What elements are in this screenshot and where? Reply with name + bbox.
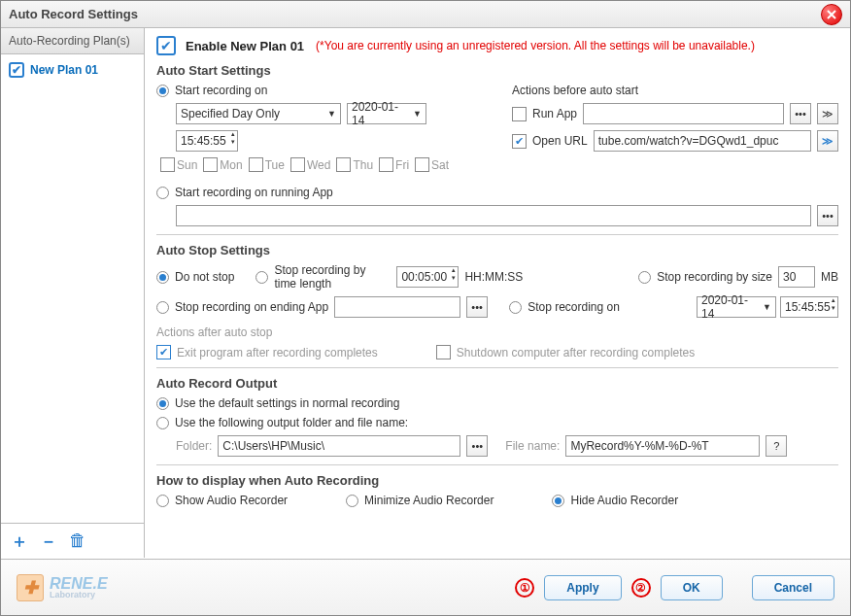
stop-app-browse-button[interactable]: ••• [466,296,488,318]
stop-on-label: Stop recording on [528,300,620,314]
brand-logo: ✚ RENE.E Laboratory [17,574,108,601]
output-custom-label: Use the following output folder and file… [175,416,408,429]
exit-after-label: Exit program after recording completes [177,346,378,359]
sidebar-tools: ＋ － 🗑 [1,523,144,558]
start-on-app-label: Start recording on running App [175,186,333,199]
stop-time-picker[interactable]: 15:45:55 [780,296,838,318]
run-app-browse-button[interactable]: ••• [790,103,811,124]
start-time-spinner[interactable]: 15:45:55 [176,130,238,152]
enable-plan-checkbox[interactable]: ✔ [156,36,176,55]
auto-start-title: Auto Start Settings [156,63,838,78]
annotation-2: ② [631,578,651,598]
start-on-app-radio[interactable] [156,187,169,199]
output-section: Auto Record Output Use the default setti… [156,376,838,457]
stop-size-unit: MB [821,270,838,284]
start-date-picker[interactable]: 2020-01-14 [347,103,426,124]
auto-start-section: Auto Start Settings Start recording on S… [156,63,838,226]
stop-time-unit: HH:MM:SS [464,270,523,284]
open-url-input[interactable]: tube.com/watch?v=DGQwd1_dpuc [594,130,811,152]
stop-date-picker[interactable]: 2020-01-14 [697,296,776,318]
run-app-input[interactable] [583,103,784,124]
exit-after-checkbox[interactable]: ✔ [156,345,171,359]
actions-before-label: Actions before auto start [512,84,638,97]
display-show-radio[interactable] [156,495,169,507]
remove-plan-button[interactable]: － [40,530,57,553]
ok-button[interactable]: OK [661,575,723,600]
footer: ✚ RENE.E Laboratory ① Apply ② OK Cancel [1,559,850,615]
display-min-label: Minimize Audio Recorder [364,494,494,507]
sidebar-header: Auto-Recording Plan(s) [1,28,144,54]
day-thu-checkbox[interactable] [336,157,351,172]
stop-app-input[interactable] [334,296,460,318]
sidebar: Auto-Recording Plan(s) ✔ New Plan 01 ＋ －… [1,28,145,558]
open-url-checkbox[interactable]: ✔ [512,134,527,149]
folder-browse-button[interactable]: ••• [466,435,488,457]
annotation-1: ① [515,578,534,598]
window-title: Auto Record Settings [9,7,138,21]
start-on-label: Start recording on [175,84,267,97]
plan-label: New Plan 01 [30,63,98,77]
stop-time-spinner[interactable]: 00:05:00 [396,266,459,288]
output-default-radio[interactable] [156,397,169,410]
open-url-label: Open URL [532,134,588,148]
shutdown-after-label: Shutdown computer after recording comple… [457,346,695,359]
unregistered-warning: (*You are currently using an unregistere… [316,39,755,52]
output-title: Auto Record Output [156,376,838,391]
start-on-radio[interactable] [156,85,169,97]
start-app-input[interactable] [176,205,811,226]
day-wed-checkbox[interactable] [290,157,305,172]
filename-help-button[interactable]: ? [766,435,787,457]
stop-size-label: Stop recording by size [657,270,772,284]
display-section: How to display when Auto Recording Show … [156,473,838,507]
titlebar: Auto Record Settings [1,1,850,28]
run-app-label: Run App [532,107,577,120]
stop-none-radio[interactable] [156,271,169,284]
stop-none-label: Do not stop [175,270,234,284]
stop-on-radio[interactable] [509,301,522,314]
stop-app-radio[interactable] [156,301,169,314]
run-app-go-button[interactable]: ≫ [817,103,838,124]
actions-after-label: Actions after auto stop [156,325,838,339]
stop-app-label: Stop recording on ending App [175,300,328,314]
start-app-browse-button[interactable]: ••• [817,205,838,226]
display-title: How to display when Auto Recording [156,473,838,488]
auto-stop-section: Auto Stop Settings Do not stop Stop reco… [156,243,838,359]
stop-time-label: Stop recording by time length [274,263,391,291]
close-button[interactable] [821,4,842,25]
display-hide-radio[interactable] [552,495,564,507]
run-app-checkbox[interactable] [512,107,527,121]
plan-item[interactable]: ✔ New Plan 01 [1,54,144,86]
output-default-label: Use the default settings in normal recor… [175,396,399,410]
day-sat-checkbox[interactable] [415,157,429,172]
start-mode-select[interactable]: Specified Day Only [176,103,341,124]
display-show-label: Show Audio Recorder [175,494,288,507]
day-tue-checkbox[interactable] [249,157,263,172]
stop-size-input[interactable]: 30 [778,266,815,288]
day-fri-checkbox[interactable] [379,157,393,172]
content: ✔ Enable New Plan 01 (*You are currently… [145,28,850,558]
plan-checkbox[interactable]: ✔ [9,62,24,78]
shutdown-after-checkbox[interactable] [436,345,451,359]
apply-button[interactable]: Apply [544,575,621,600]
weekday-group: Sun Mon Tue Wed Thu Fri Sat [160,157,483,172]
day-mon-checkbox[interactable] [203,157,218,172]
output-custom-radio[interactable] [156,417,169,429]
cancel-button[interactable]: Cancel [752,575,834,600]
enable-plan-label: Enable New Plan 01 [186,39,304,53]
display-min-radio[interactable] [346,495,358,507]
filename-input[interactable]: MyRecord%Y-%M-%D-%T [565,435,760,457]
stop-time-radio[interactable] [255,271,268,284]
stop-size-radio[interactable] [638,271,651,284]
open-url-go-button[interactable]: ≫ [817,130,838,152]
folder-label: Folder: [176,439,212,453]
day-sun-checkbox[interactable] [160,157,175,172]
delete-plan-button[interactable]: 🗑 [69,530,86,551]
auto-stop-title: Auto Stop Settings [156,243,838,257]
folder-input[interactable]: C:\Users\HP\Music\ [218,435,460,457]
display-hide-label: Hide Audio Recorder [570,494,678,507]
brand-icon: ✚ [17,574,44,601]
filename-label: File name: [505,439,560,453]
add-plan-button[interactable]: ＋ [11,530,28,553]
